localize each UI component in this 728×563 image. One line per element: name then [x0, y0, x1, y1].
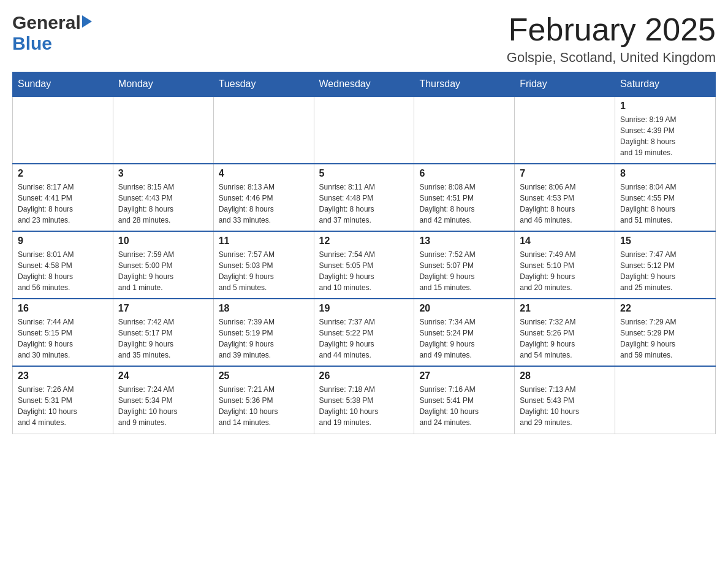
day-info: Sunrise: 8:06 AM Sunset: 4:53 PM Dayligh… [520, 182, 610, 226]
calendar-header-thursday: Thursday [414, 72, 515, 97]
title-section: February 2025 Golspie, Scotland, United … [507, 12, 716, 66]
day-number: 16 [18, 303, 108, 314]
day-number: 5 [319, 168, 409, 179]
day-info: Sunrise: 7:26 AM Sunset: 5:31 PM Dayligh… [18, 384, 108, 428]
day-info: Sunrise: 7:39 AM Sunset: 5:19 PM Dayligh… [219, 316, 309, 361]
calendar-cell: 23Sunrise: 7:26 AM Sunset: 5:31 PM Dayli… [13, 366, 113, 434]
calendar-header-saturday: Saturday [615, 72, 716, 97]
day-info: Sunrise: 8:13 AM Sunset: 4:46 PM Dayligh… [219, 182, 309, 226]
day-number: 24 [118, 370, 208, 381]
page-title: February 2025 [507, 12, 716, 47]
page-header: General Blue February 2025 Golspie, Scot… [12, 12, 716, 66]
calendar-cell: 28Sunrise: 7:13 AM Sunset: 5:43 PM Dayli… [515, 366, 615, 434]
day-number: 14 [520, 236, 610, 247]
day-number: 8 [620, 168, 710, 179]
day-info: Sunrise: 7:32 AM Sunset: 5:26 PM Dayligh… [520, 316, 610, 361]
day-info: Sunrise: 7:24 AM Sunset: 5:34 PM Dayligh… [118, 384, 208, 428]
calendar-cell: 15Sunrise: 7:47 AM Sunset: 5:12 PM Dayli… [615, 231, 716, 299]
calendar-cell: 27Sunrise: 7:16 AM Sunset: 5:41 PM Dayli… [414, 366, 515, 434]
logo-general-text: General [12, 12, 81, 33]
logo-blue-text: Blue [12, 33, 52, 53]
day-number: 1 [620, 101, 710, 112]
calendar-week-row: 1Sunrise: 8:19 AM Sunset: 4:39 PM Daylig… [13, 96, 716, 164]
calendar-cell: 3Sunrise: 8:15 AM Sunset: 4:43 PM Daylig… [113, 164, 213, 231]
calendar-header-wednesday: Wednesday [314, 72, 414, 97]
calendar-cell: 17Sunrise: 7:42 AM Sunset: 5:17 PM Dayli… [113, 299, 213, 366]
day-number: 17 [118, 303, 208, 314]
calendar-cell: 10Sunrise: 7:59 AM Sunset: 5:00 PM Dayli… [113, 231, 213, 299]
calendar-cell: 19Sunrise: 7:37 AM Sunset: 5:22 PM Dayli… [314, 299, 414, 366]
calendar-header-row: SundayMondayTuesdayWednesdayThursdayFrid… [13, 72, 716, 97]
calendar-cell [314, 96, 414, 164]
logo-arrow-icon [82, 15, 92, 28]
logo: General Blue [12, 12, 92, 54]
day-number: 4 [219, 168, 309, 179]
day-number: 3 [118, 168, 208, 179]
day-info: Sunrise: 7:13 AM Sunset: 5:43 PM Dayligh… [520, 384, 610, 428]
day-number: 23 [18, 370, 108, 381]
day-info: Sunrise: 7:49 AM Sunset: 5:10 PM Dayligh… [520, 249, 610, 293]
day-number: 12 [319, 236, 409, 247]
day-info: Sunrise: 7:57 AM Sunset: 5:03 PM Dayligh… [219, 249, 309, 293]
calendar-cell: 9Sunrise: 8:01 AM Sunset: 4:58 PM Daylig… [13, 231, 113, 299]
calendar-cell: 13Sunrise: 7:52 AM Sunset: 5:07 PM Dayli… [414, 231, 515, 299]
day-info: Sunrise: 8:17 AM Sunset: 4:41 PM Dayligh… [18, 182, 108, 226]
day-number: 13 [419, 236, 509, 247]
calendar-cell: 5Sunrise: 8:11 AM Sunset: 4:48 PM Daylig… [314, 164, 414, 231]
day-info: Sunrise: 7:37 AM Sunset: 5:22 PM Dayligh… [319, 316, 409, 361]
day-info: Sunrise: 8:04 AM Sunset: 4:55 PM Dayligh… [620, 182, 710, 226]
day-number: 7 [520, 168, 610, 179]
day-info: Sunrise: 7:59 AM Sunset: 5:00 PM Dayligh… [118, 249, 208, 293]
day-number: 2 [18, 168, 108, 179]
calendar-cell: 14Sunrise: 7:49 AM Sunset: 5:10 PM Dayli… [515, 231, 615, 299]
day-info: Sunrise: 7:34 AM Sunset: 5:24 PM Dayligh… [419, 316, 509, 361]
day-info: Sunrise: 7:47 AM Sunset: 5:12 PM Dayligh… [620, 249, 710, 293]
calendar-cell: 25Sunrise: 7:21 AM Sunset: 5:36 PM Dayli… [213, 366, 314, 434]
calendar-cell: 21Sunrise: 7:32 AM Sunset: 5:26 PM Dayli… [515, 299, 615, 366]
day-info: Sunrise: 8:08 AM Sunset: 4:51 PM Dayligh… [419, 182, 509, 226]
calendar-cell: 18Sunrise: 7:39 AM Sunset: 5:19 PM Dayli… [213, 299, 314, 366]
day-info: Sunrise: 8:15 AM Sunset: 4:43 PM Dayligh… [118, 182, 208, 226]
day-number: 18 [219, 303, 309, 314]
day-info: Sunrise: 7:52 AM Sunset: 5:07 PM Dayligh… [419, 249, 509, 293]
calendar-header-sunday: Sunday [13, 72, 113, 97]
day-info: Sunrise: 7:29 AM Sunset: 5:29 PM Dayligh… [620, 316, 710, 361]
day-number: 28 [520, 370, 610, 381]
calendar-cell: 6Sunrise: 8:08 AM Sunset: 4:51 PM Daylig… [414, 164, 515, 231]
calendar-cell: 7Sunrise: 8:06 AM Sunset: 4:53 PM Daylig… [515, 164, 615, 231]
calendar-cell: 16Sunrise: 7:44 AM Sunset: 5:15 PM Dayli… [13, 299, 113, 366]
calendar-cell: 12Sunrise: 7:54 AM Sunset: 5:05 PM Dayli… [314, 231, 414, 299]
svg-marker-0 [82, 15, 92, 28]
calendar-week-row: 9Sunrise: 8:01 AM Sunset: 4:58 PM Daylig… [13, 231, 716, 299]
calendar-table: SundayMondayTuesdayWednesdayThursdayFrid… [12, 72, 716, 434]
calendar-cell [213, 96, 314, 164]
day-info: Sunrise: 8:19 AM Sunset: 4:39 PM Dayligh… [620, 114, 710, 158]
calendar-week-row: 16Sunrise: 7:44 AM Sunset: 5:15 PM Dayli… [13, 299, 716, 366]
calendar-week-row: 23Sunrise: 7:26 AM Sunset: 5:31 PM Dayli… [13, 366, 716, 434]
page-subtitle: Golspie, Scotland, United Kingdom [507, 50, 716, 66]
day-info: Sunrise: 7:44 AM Sunset: 5:15 PM Dayligh… [18, 316, 108, 361]
calendar-cell [515, 96, 615, 164]
calendar-cell [414, 96, 515, 164]
day-number: 19 [319, 303, 409, 314]
day-number: 20 [419, 303, 509, 314]
calendar-cell: 8Sunrise: 8:04 AM Sunset: 4:55 PM Daylig… [615, 164, 716, 231]
day-number: 22 [620, 303, 710, 314]
calendar-cell: 2Sunrise: 8:17 AM Sunset: 4:41 PM Daylig… [13, 164, 113, 231]
calendar-header-monday: Monday [113, 72, 213, 97]
calendar-cell: 24Sunrise: 7:24 AM Sunset: 5:34 PM Dayli… [113, 366, 213, 434]
day-info: Sunrise: 7:54 AM Sunset: 5:05 PM Dayligh… [319, 249, 409, 293]
calendar-week-row: 2Sunrise: 8:17 AM Sunset: 4:41 PM Daylig… [13, 164, 716, 231]
day-number: 15 [620, 236, 710, 247]
calendar-cell: 22Sunrise: 7:29 AM Sunset: 5:29 PM Dayli… [615, 299, 716, 366]
calendar-cell [615, 366, 716, 434]
calendar-cell [113, 96, 213, 164]
day-info: Sunrise: 8:01 AM Sunset: 4:58 PM Dayligh… [18, 249, 108, 293]
day-number: 25 [219, 370, 309, 381]
calendar-cell: 26Sunrise: 7:18 AM Sunset: 5:38 PM Dayli… [314, 366, 414, 434]
day-info: Sunrise: 7:42 AM Sunset: 5:17 PM Dayligh… [118, 316, 208, 361]
day-info: Sunrise: 7:16 AM Sunset: 5:41 PM Dayligh… [419, 384, 509, 428]
day-number: 6 [419, 168, 509, 179]
calendar-cell: 11Sunrise: 7:57 AM Sunset: 5:03 PM Dayli… [213, 231, 314, 299]
day-number: 26 [319, 370, 409, 381]
